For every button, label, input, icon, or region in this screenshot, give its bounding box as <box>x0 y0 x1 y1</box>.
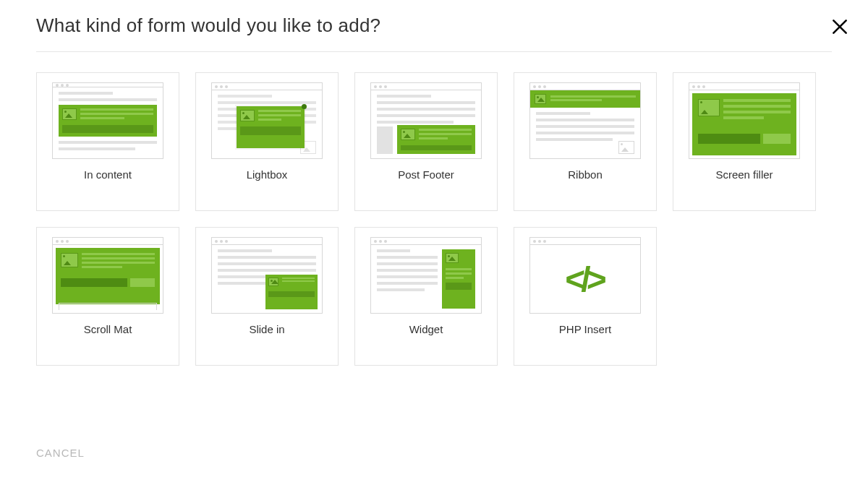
thumb-scroll-mat <box>37 228 179 323</box>
option-php-insert[interactable]: </> PHP Insert <box>514 227 657 366</box>
thumb-lightbox <box>196 73 338 168</box>
option-widget[interactable]: Widget <box>354 227 498 366</box>
option-label: Widget <box>405 323 448 335</box>
form-type-dialog: What kind of form would you like to add? <box>0 0 868 477</box>
close-icon[interactable] <box>830 17 849 36</box>
option-screen-filler[interactable]: Screen filler <box>673 72 816 211</box>
option-label: PHP Insert <box>555 323 616 335</box>
thumb-slide-in <box>196 228 338 323</box>
option-label: Slide in <box>244 323 289 335</box>
option-label: Scroll Mat <box>80 323 137 335</box>
cancel-button[interactable]: CANCEL <box>36 447 85 459</box>
thumb-ribbon <box>514 73 656 168</box>
thumb-in-content <box>37 73 179 168</box>
option-label: Post Footer <box>393 168 459 181</box>
thumb-php-insert: </> <box>514 228 656 323</box>
option-scroll-mat[interactable]: Scroll Mat <box>36 227 179 366</box>
option-label: Lightbox <box>242 168 292 181</box>
option-label: Screen filler <box>711 168 777 181</box>
option-in-content[interactable]: In content <box>36 72 179 211</box>
thumb-post-footer <box>355 73 497 168</box>
option-lightbox[interactable]: Lightbox <box>195 72 339 211</box>
dialog-title: What kind of form would you like to add? <box>36 14 832 52</box>
thumb-screen-filler <box>673 73 815 168</box>
option-ribbon[interactable]: Ribbon <box>514 72 657 211</box>
option-slide-in[interactable]: Slide in <box>195 227 339 366</box>
dialog-footer: CANCEL <box>36 447 85 460</box>
option-label: Ribbon <box>563 168 607 181</box>
option-label: In content <box>80 168 136 181</box>
code-icon: </> <box>530 245 640 313</box>
thumb-widget <box>355 228 497 323</box>
form-type-grid: In content <box>36 72 832 366</box>
option-post-footer[interactable]: Post Footer <box>354 72 498 211</box>
